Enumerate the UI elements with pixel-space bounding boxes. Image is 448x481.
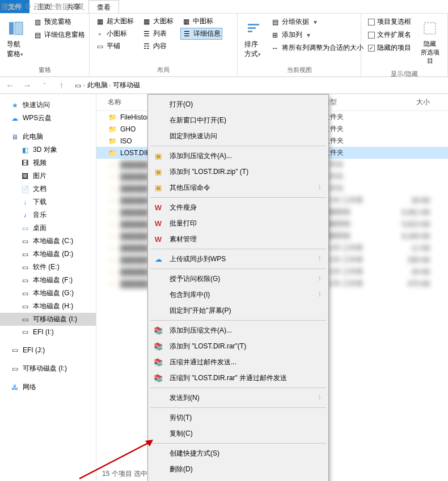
- navbar: ← → ˅ ↑ ▭ › 此电脑› 可移动磁: [0, 77, 448, 94]
- cm-add-rar[interactable]: 📚添加到 "LOST.DIR.rar"(T): [149, 338, 327, 354]
- drive-icon: ▭: [20, 250, 29, 259]
- sidebar: ★快速访问 ☁WPS云盘 🖥此电脑 ◧3D 对象 🎞视频 🖼图片 📄文档 ↓下载…: [0, 94, 96, 481]
- file-ext-toggle[interactable]: 文件扩展名: [366, 29, 413, 41]
- layout-xl[interactable]: ▦超大图标: [94, 16, 135, 27]
- addr-thispc[interactable]: 此电脑›: [87, 80, 111, 90]
- chevron-right-icon: 〉: [318, 291, 324, 299]
- sidebar-music[interactable]: ♪音乐: [0, 208, 96, 222]
- item-checkbox-toggle[interactable]: 项目复选框: [366, 16, 413, 28]
- layout-tiles[interactable]: ▭平铺: [94, 41, 135, 52]
- tab-share[interactable]: 共享: [59, 0, 88, 13]
- cm-other-zip[interactable]: ▣其他压缩命令〉: [149, 180, 327, 195]
- drive-icon: ▭: [20, 327, 29, 337]
- cm-add-archive[interactable]: ▣添加到压缩文件(A)...: [149, 148, 327, 164]
- sort-button[interactable]: 排序方式: [242, 16, 265, 62]
- sidebar-videos[interactable]: 🎞视频: [0, 156, 96, 169]
- cm-delete[interactable]: 删除(D): [149, 461, 327, 477]
- col-size[interactable]: 大小: [391, 97, 437, 107]
- folder-icon: 📁: [108, 113, 117, 122]
- layout-list[interactable]: ☰列表: [141, 28, 175, 40]
- wps-icon: W: [153, 202, 164, 212]
- zip-icon: ▣: [153, 182, 164, 193]
- sidebar-disk-e[interactable]: ▭软件 (E:): [0, 261, 96, 274]
- sidebar-documents[interactable]: 📄文档: [0, 182, 96, 195]
- layout-lg[interactable]: ▦大图标: [141, 16, 175, 27]
- sidebar-removable-i2[interactable]: ▭可移动磁盘 (I:): [0, 362, 96, 375]
- sidebar-3d[interactable]: ◧3D 对象: [0, 143, 96, 156]
- cm-pin-start[interactable]: 固定到"开始"屏幕(P): [149, 303, 327, 318]
- sidebar-wps[interactable]: ☁WPS云盘: [0, 112, 96, 125]
- cm-open[interactable]: 打开(O): [149, 96, 327, 112]
- file-name: ██████: [120, 256, 149, 264]
- layout-group-label: 布局: [94, 65, 233, 74]
- add-cols-button[interactable]: ⊞添加列▾: [268, 29, 366, 41]
- sidebar-efi-j[interactable]: ▭EFI (J:): [0, 344, 96, 356]
- nav-pane-label: 导航窗格: [7, 40, 25, 59]
- cm-add-archive2[interactable]: 📚添加到压缩文件(A)...: [149, 322, 327, 338]
- hide-selected-button[interactable]: 隐藏 所选项目: [417, 16, 443, 69]
- folder-icon: 📁: [108, 148, 117, 158]
- currentview-group-label: 当前视图: [242, 65, 356, 74]
- preview-pane-button[interactable]: ▥ 预览窗格: [31, 16, 87, 28]
- cm-file-slim[interactable]: W文件瘦身: [149, 199, 327, 215]
- music-icon: ♪: [20, 211, 29, 220]
- address-bar[interactable]: ▭ › 此电脑› 可移动磁: [71, 80, 140, 90]
- sidebar-disk-h[interactable]: ▭本地磁盘 (H:): [0, 300, 96, 313]
- sidebar-pictures[interactable]: 🖼图片: [0, 169, 96, 182]
- col-type[interactable]: 类型: [323, 97, 391, 107]
- sidebar-network[interactable]: 🖧网络: [0, 381, 96, 394]
- sidebar-disk-f[interactable]: ▭本地磁盘 (F:): [0, 274, 96, 287]
- addr-removable[interactable]: 可移动磁: [113, 80, 140, 90]
- sidebar-removable-i[interactable]: ▭可移动磁盘 (I:): [0, 313, 96, 326]
- fit-cols-button[interactable]: ↔将所有列调整为合适的大小: [268, 42, 366, 54]
- cm-include-lib[interactable]: 包含到库中(I)〉: [149, 287, 327, 303]
- nav-pane-button[interactable]: 导航窗格: [5, 16, 27, 62]
- tab-home[interactable]: 主页: [29, 0, 59, 13]
- sidebar-disk-c[interactable]: ▭本地磁盘 (C:): [0, 235, 96, 248]
- back-button[interactable]: ←: [3, 79, 17, 92]
- group-by-button[interactable]: ▤分组依据▾: [268, 16, 366, 28]
- hidden-items-toggle[interactable]: 隐藏的项目: [366, 42, 413, 54]
- file-type: 文件夹: [323, 148, 391, 158]
- ribbon-group-layout: ▦超大图标 ▦大图标 ▦中图标 ▫小图标 ☰列表 ☰详细信息 ▭平铺 ☶内容 布…: [90, 14, 238, 76]
- recent-dropdown[interactable]: ˅: [37, 79, 51, 92]
- tab-view[interactable]: 查看: [88, 0, 119, 13]
- tab-file[interactable]: 文件: [0, 0, 29, 13]
- sidebar-disk-d[interactable]: ▭本地磁盘 (D:): [0, 248, 96, 261]
- sidebar-quick[interactable]: ★快速访问: [0, 99, 96, 112]
- sidebar-efi-i[interactable]: ▭EFI (I:): [0, 326, 96, 338]
- layout-sm[interactable]: ▫小图标: [94, 28, 135, 40]
- network-icon: 🖧: [10, 383, 19, 392]
- layout-content[interactable]: ☶内容: [141, 41, 175, 52]
- cm-pin-quick[interactable]: 固定到快速访问: [149, 128, 327, 144]
- cloud-icon: ☁: [10, 114, 19, 123]
- cm-material-mgmt[interactable]: W素材管理: [149, 231, 327, 247]
- cm-upload-wps[interactable]: ☁上传或同步到WPS〉: [149, 251, 327, 267]
- folder-icon: ▭: [108, 256, 117, 265]
- details-icon: ☰: [182, 29, 191, 39]
- sidebar-thispc[interactable]: 🖥此电脑: [0, 130, 96, 143]
- sidebar-disk-g[interactable]: ▭本地磁盘 (G:): [0, 287, 96, 300]
- sidebar-downloads[interactable]: ↓下载: [0, 195, 96, 208]
- file-name: ██████: [120, 173, 149, 181]
- drive-icon: ▭: [20, 263, 29, 272]
- cm-rename[interactable]: 重命名(M): [149, 477, 327, 481]
- file-size: 6,208 KB: [391, 232, 437, 240]
- up-button[interactable]: ↑: [54, 79, 68, 92]
- forward-button[interactable]: →: [20, 79, 34, 92]
- cm-open-new[interactable]: 在新窗口中打开(E): [149, 112, 327, 128]
- cm-shortcut[interactable]: 创建快捷方式(S): [149, 445, 327, 461]
- layout-details[interactable]: ☰详细信息: [180, 28, 222, 40]
- cm-cut[interactable]: 剪切(T): [149, 410, 327, 425]
- cm-send-to[interactable]: 发送到(N)〉: [149, 390, 327, 406]
- cm-copy[interactable]: 复制(C): [149, 425, 327, 441]
- sidebar-desktop[interactable]: ▭桌面: [0, 222, 96, 235]
- cm-compress-rar-mail[interactable]: 📚压缩到 "LOST.DIR.rar" 并通过邮件发送: [149, 370, 327, 386]
- details-pane-button[interactable]: ▤ 详细信息窗格: [31, 29, 87, 41]
- cm-compress-mail[interactable]: 📚压缩并通过邮件发送...: [149, 354, 327, 370]
- layout-md[interactable]: ▦中图标: [180, 16, 222, 27]
- picture-icon: 🖼: [20, 172, 29, 181]
- cm-batch-print[interactable]: W批量打印: [149, 215, 327, 231]
- cm-grant-access[interactable]: 授予访问权限(G)〉: [149, 271, 327, 287]
- cm-add-zip[interactable]: ▣添加到 "LOST.DIR.zip" (T): [149, 164, 327, 180]
